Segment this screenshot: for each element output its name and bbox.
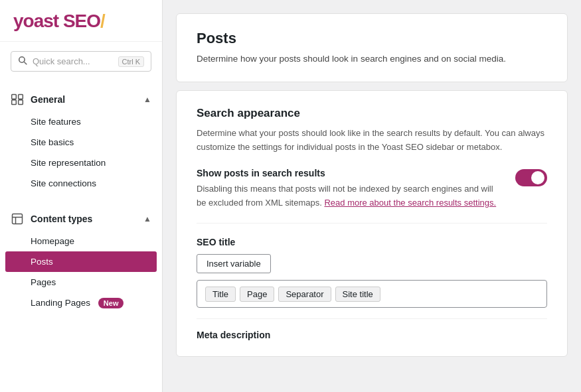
nav-section-content-types: Content types ▲ Homepage Posts Pages Lan… (0, 200, 162, 320)
page-header-card: Posts Determine how your posts should lo… (176, 13, 568, 82)
logo: yoast SEO/ (13, 12, 149, 31)
content-types-icon (11, 212, 24, 226)
read-more-link[interactable]: Read more about the search results setti… (324, 198, 496, 208)
show-posts-desc: Disabling this means that posts will not… (197, 182, 502, 210)
content-types-chevron-icon: ▲ (143, 214, 151, 224)
content-types-label: Content types (31, 214, 92, 224)
sidebar-item-homepage[interactable]: Homepage (0, 231, 162, 251)
seo-tag-title: Title (205, 287, 236, 302)
new-badge: New (98, 298, 124, 308)
search-appearance-title: Search appearance (197, 107, 547, 120)
search-appearance-card: Search appearance Determine what your po… (176, 90, 568, 357)
search-appearance-desc: Determine what your posts should look li… (197, 127, 547, 155)
general-section-header[interactable]: General ▲ (0, 88, 162, 111)
svg-rect-5 (19, 100, 23, 105)
logo-yoast: yoast (13, 11, 58, 31)
sidebar-item-landing-pages[interactable]: Landing Pages New (0, 293, 162, 314)
landing-pages-label: Landing Pages (31, 298, 90, 308)
meta-description-label: Meta description (197, 318, 547, 340)
insert-variable-button[interactable]: Insert variable (197, 254, 271, 273)
seo-title-field[interactable]: Title Page Separator Site title (197, 280, 547, 308)
show-posts-text: Show posts in search results Disabling t… (197, 168, 502, 210)
general-chevron-icon: ▲ (143, 95, 151, 104)
seo-tag-site-title: Site title (335, 287, 380, 302)
svg-rect-2 (12, 95, 17, 99)
show-posts-setting-row: Show posts in search results Disabling t… (197, 168, 547, 224)
search-bar[interactable]: Quick search... Ctrl K (11, 51, 151, 72)
svg-rect-6 (13, 214, 23, 224)
general-icon (11, 93, 24, 106)
toggle-check-icon: ✓ (537, 173, 542, 182)
sidebar-item-site-representation[interactable]: Site representation (0, 153, 162, 173)
seo-title-section: SEO title Insert variable Title Page Sep… (197, 237, 547, 308)
page-subtitle: Determine how your posts should look in … (197, 52, 547, 66)
sidebar-item-site-features[interactable]: Site features (0, 111, 162, 132)
show-posts-label: Show posts in search results (197, 168, 502, 178)
logo-slash: / (100, 11, 105, 31)
search-icon (18, 56, 27, 67)
svg-point-0 (19, 57, 25, 62)
sidebar-item-site-basics[interactable]: Site basics (0, 132, 162, 153)
svg-rect-4 (12, 100, 17, 105)
svg-line-1 (24, 62, 27, 64)
search-shortcut: Ctrl K (118, 56, 145, 67)
svg-rect-3 (19, 95, 23, 99)
logo-area: yoast SEO/ (0, 0, 162, 42)
show-posts-toggle[interactable]: ✓ (515, 169, 547, 186)
sidebar: yoast SEO/ Quick search... Ctrl K Genera… (0, 0, 163, 392)
sidebar-item-site-connections[interactable]: Site connections (0, 173, 162, 194)
seo-tag-page: Page (240, 287, 274, 302)
main-content: Posts Determine how your posts should lo… (163, 0, 581, 392)
seo-tag-separator: Separator (278, 287, 331, 302)
nav-section-general: General ▲ Site features Site basics Site… (0, 81, 162, 200)
general-label: General (31, 94, 65, 105)
search-placeholder: Quick search... (33, 56, 113, 66)
sidebar-item-posts[interactable]: Posts (5, 251, 157, 272)
seo-title-label: SEO title (197, 237, 547, 247)
logo-seo: SEO (58, 11, 100, 31)
sidebar-item-pages[interactable]: Pages (0, 272, 162, 293)
page-title: Posts (197, 30, 547, 47)
content-types-section-header[interactable]: Content types ▲ (0, 207, 162, 231)
